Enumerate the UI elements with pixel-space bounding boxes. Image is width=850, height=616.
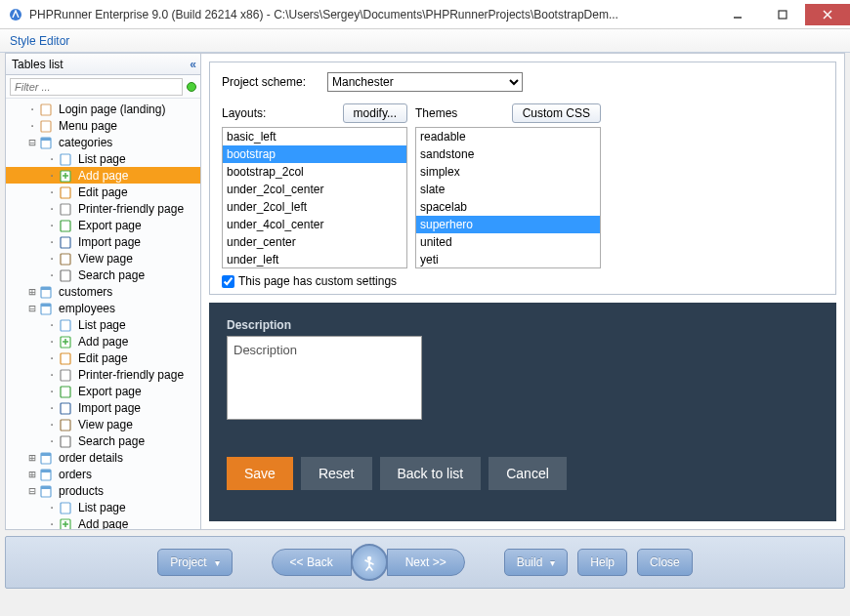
- custom-css-button[interactable]: Custom CSS: [512, 103, 601, 123]
- tree-item[interactable]: ·List page: [6, 150, 200, 167]
- layout-option[interactable]: basic_left: [223, 128, 406, 145]
- tree-item[interactable]: ·Login page (landing): [6, 101, 200, 117]
- tree-item[interactable]: ⊞customers: [6, 283, 200, 300]
- collapse-panel-icon[interactable]: «: [190, 58, 194, 71]
- tree-item[interactable]: ·View page: [6, 416, 200, 432]
- tree-item[interactable]: ·Export page: [6, 217, 200, 233]
- tree-toggle-icon[interactable]: ·: [45, 268, 59, 282]
- layout-option[interactable]: under_2col_left: [223, 198, 406, 216]
- theme-option[interactable]: superhero: [416, 216, 600, 233]
- tree-item[interactable]: ·Export page: [6, 383, 200, 399]
- layouts-listbox[interactable]: basic_leftbootstrapbootstrap_2colunder_2…: [222, 127, 407, 268]
- tree-item[interactable]: ⊟products: [6, 482, 200, 499]
- layout-option[interactable]: under_2col_center: [223, 181, 406, 198]
- tree-toggle-icon[interactable]: ·: [25, 119, 39, 133]
- run-icon[interactable]: [351, 544, 388, 581]
- tree-toggle-icon[interactable]: ·: [45, 434, 59, 448]
- project-scheme-label: Project scheme:: [222, 75, 319, 89]
- tree-toggle-icon[interactable]: ·: [45, 252, 59, 266]
- tree-item[interactable]: ·Printer-friendly page: [6, 366, 200, 383]
- tree-toggle-icon[interactable]: ·: [45, 169, 59, 183]
- tree-toggle-icon[interactable]: ·: [45, 501, 59, 514]
- tree-toggle-icon[interactable]: ·: [45, 401, 59, 415]
- app-close-button[interactable]: Close: [637, 549, 693, 576]
- tree-item-label: order details: [57, 451, 125, 465]
- close-button[interactable]: [805, 4, 850, 25]
- tree-item[interactable]: ·Menu page: [6, 117, 200, 134]
- tree-item[interactable]: ⊟categories: [6, 134, 200, 150]
- layout-option[interactable]: under_4col_center: [223, 216, 406, 233]
- theme-option[interactable]: yeti: [416, 251, 600, 268]
- back-to-list-button[interactable]: Back to list: [380, 457, 482, 490]
- minimize-button[interactable]: [715, 4, 760, 25]
- tree-toggle-icon[interactable]: ⊟: [25, 484, 39, 498]
- save-button[interactable]: Save: [227, 457, 293, 490]
- tree-item[interactable]: ·Search page: [6, 432, 200, 449]
- tree-toggle-icon[interactable]: ·: [45, 202, 59, 216]
- svg-rect-28: [61, 370, 70, 381]
- layout-option[interactable]: bootstrap: [223, 145, 406, 163]
- tree-toggle-icon[interactable]: ·: [25, 103, 39, 116]
- help-button[interactable]: Help: [577, 549, 627, 576]
- theme-option[interactable]: spacelab: [416, 198, 600, 216]
- layout-option[interactable]: bootstrap_2col: [223, 163, 406, 181]
- theme-option[interactable]: sandstone: [416, 145, 600, 163]
- project-menu-button[interactable]: Project: [157, 549, 232, 576]
- theme-option[interactable]: readable: [416, 128, 600, 145]
- tree-item[interactable]: ·List page: [6, 499, 200, 515]
- wizard-back-button[interactable]: << Back: [272, 549, 352, 576]
- tree-toggle-icon[interactable]: ⊞: [25, 285, 39, 299]
- description-textarea[interactable]: Description: [227, 336, 422, 420]
- build-menu-button[interactable]: Build: [504, 549, 569, 576]
- custom-settings-checkbox[interactable]: [222, 275, 234, 288]
- tree-toggle-icon[interactable]: ·: [45, 335, 59, 349]
- tree-item[interactable]: ·Import page: [6, 399, 200, 416]
- tree-item[interactable]: ·Edit page: [6, 184, 200, 200]
- project-scheme-select[interactable]: Manchester: [327, 72, 523, 92]
- custom-settings-label[interactable]: This page has custom settings: [238, 274, 397, 288]
- tree-item[interactable]: ·Printer-friendly page: [6, 200, 200, 217]
- tree-toggle-icon[interactable]: ·: [45, 185, 59, 199]
- tree-toggle-icon[interactable]: ·: [45, 152, 59, 166]
- reset-button[interactable]: Reset: [301, 457, 372, 490]
- themes-listbox[interactable]: readablesandstonesimplexslatespacelabsup…: [415, 127, 601, 268]
- tree-item[interactable]: ·Add page: [6, 515, 200, 529]
- tree-toggle-icon[interactable]: ·: [45, 318, 59, 332]
- filter-status-icon[interactable]: [187, 82, 196, 92]
- tree-item[interactable]: ·View page: [6, 250, 200, 267]
- tree-toggle-icon[interactable]: ⊟: [25, 302, 39, 315]
- theme-option[interactable]: united: [416, 233, 600, 251]
- tree-item[interactable]: ·Edit page: [6, 349, 200, 366]
- tree-toggle-icon[interactable]: ·: [45, 351, 59, 365]
- tree-toggle-icon[interactable]: ·: [45, 385, 59, 398]
- tree-item[interactable]: ⊟employees: [6, 300, 200, 316]
- tree-item[interactable]: ·Add page: [6, 333, 200, 349]
- tree-toggle-icon[interactable]: ·: [45, 368, 59, 382]
- tree-toggle-icon[interactable]: ·: [45, 235, 59, 249]
- maximize-button[interactable]: [760, 4, 805, 25]
- theme-option[interactable]: simplex: [416, 163, 600, 181]
- filter-input[interactable]: [10, 78, 183, 96]
- tree-toggle-icon[interactable]: ·: [45, 418, 59, 431]
- tree-item[interactable]: ⊞orders: [6, 466, 200, 482]
- tree-item[interactable]: ⊞order details: [6, 449, 200, 466]
- layout-option[interactable]: under_center: [223, 233, 406, 251]
- cancel-button[interactable]: Cancel: [489, 457, 567, 490]
- tree-toggle-icon[interactable]: ⊞: [25, 468, 39, 481]
- theme-option[interactable]: slate: [416, 181, 600, 198]
- tree-toggle-icon[interactable]: ·: [45, 219, 59, 232]
- modify-layout-button[interactable]: modify...: [343, 103, 407, 123]
- tree-item-label: orders: [57, 468, 94, 481]
- tree-toggle-icon[interactable]: ⊞: [25, 451, 39, 465]
- tables-tree[interactable]: ·Login page (landing)·Menu page⊟categori…: [6, 99, 200, 529]
- list-icon: [59, 151, 74, 167]
- tree-toggle-icon[interactable]: ·: [45, 517, 59, 530]
- tree-toggle-icon[interactable]: ⊟: [25, 136, 39, 149]
- wizard-next-button[interactable]: Next >>: [387, 549, 465, 576]
- tree-item[interactable]: ·Import page: [6, 233, 200, 250]
- tree-item[interactable]: ·List page: [6, 316, 200, 333]
- tree-item-label: Add page: [76, 335, 130, 349]
- tree-item[interactable]: ·Search page: [6, 267, 200, 283]
- layout-option[interactable]: under_left: [223, 251, 406, 268]
- tree-item[interactable]: ·Add page: [6, 167, 200, 184]
